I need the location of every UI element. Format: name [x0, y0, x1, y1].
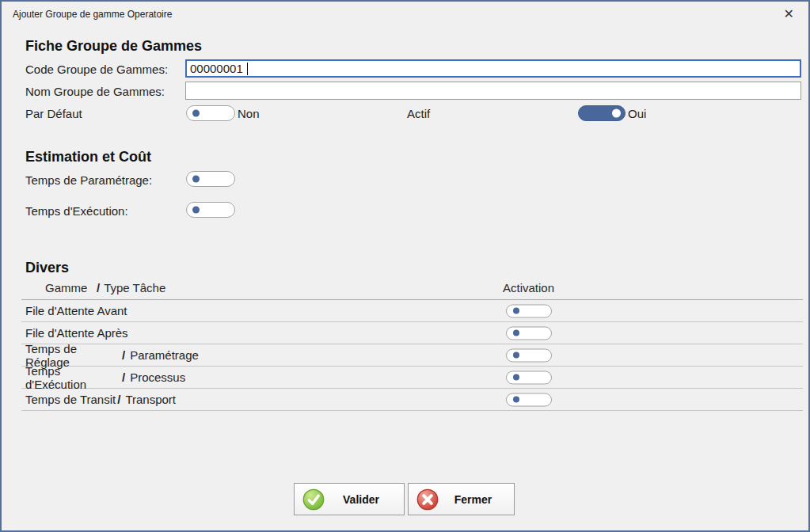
- divers-table-header: Gamme/Type Tâche Activation: [21, 281, 803, 300]
- column-separator: /: [97, 281, 100, 294]
- activation-toggle-file-attente-avant[interactable]: [506, 304, 552, 317]
- activation-toggle-file-attente-apres[interactable]: [506, 326, 552, 340]
- fermer-button[interactable]: Fermer: [408, 483, 515, 515]
- row-type: Paramétrage: [130, 348, 199, 362]
- row-separator: /: [122, 348, 125, 362]
- fiche-section-heading: Fiche Groupe de Gammes: [25, 38, 202, 55]
- code-value: 00000001: [190, 62, 243, 75]
- code-label: Code Groupe de Gammes:: [25, 63, 168, 76]
- row-name: Temps de Transit: [21, 393, 116, 406]
- close-icon[interactable]: ✕: [784, 6, 794, 22]
- table-row-temps-execution: Temps d'Exécution / Processus: [21, 367, 803, 389]
- par-defaut-toggle[interactable]: [186, 105, 235, 121]
- par-defaut-state: Non: [238, 107, 260, 120]
- divers-section-heading: Divers: [25, 260, 69, 276]
- table-row-temps-transit: Temps de Transit / Transport: [21, 389, 803, 411]
- fermer-label: Fermer: [439, 493, 514, 506]
- row-type: Processus: [130, 370, 185, 384]
- temps-parametrage-label: Temps de Paramétrage:: [25, 173, 152, 187]
- valider-label: Valider: [325, 493, 404, 506]
- par-defaut-label: Par Défaut: [25, 107, 82, 120]
- row-name: File d'Attente Avant: [21, 304, 127, 317]
- nom-label: Nom Groupe de Gammes:: [25, 85, 165, 98]
- dialog-window: Ajouter Groupe de gamme Operatoire ✕ Fic…: [0, 0, 810, 532]
- actif-toggle[interactable]: [578, 105, 626, 121]
- activation-toggle-temps-transit[interactable]: [506, 393, 552, 406]
- column-gamme: Gamme: [45, 281, 97, 294]
- column-type-tache: Type Tâche: [104, 281, 165, 294]
- row-separator: /: [117, 393, 120, 406]
- estimation-section-heading: Estimation et Coût: [25, 149, 151, 165]
- temps-execution-label: Temps d'Exécution:: [25, 204, 128, 218]
- text-caret: [247, 63, 248, 75]
- valider-button[interactable]: Valider: [294, 483, 405, 515]
- row-type: Transport: [125, 393, 176, 406]
- temps-parametrage-toggle[interactable]: [186, 171, 235, 187]
- row-separator: /: [122, 370, 125, 384]
- column-activation: Activation: [503, 281, 554, 294]
- code-input[interactable]: 00000001: [185, 59, 801, 78]
- close-circle-icon: [416, 488, 439, 511]
- check-icon: [302, 488, 325, 511]
- table-row-file-attente-avant: File d'Attente Avant: [21, 300, 803, 322]
- table-row-file-attente-apres: File d'Attente Après: [21, 322, 803, 344]
- table-row-temps-reglage: Temps de Réglage / Paramétrage: [21, 344, 803, 367]
- title-bar: Ajouter Groupe de gamme Operatoire ✕: [2, 2, 808, 27]
- activation-toggle-temps-execution[interactable]: [506, 370, 552, 384]
- actif-label: Actif: [407, 107, 430, 120]
- actif-state: Oui: [628, 107, 646, 120]
- temps-execution-toggle[interactable]: [186, 202, 235, 218]
- nom-input[interactable]: [185, 82, 801, 100]
- row-name: File d'Attente Après: [21, 326, 128, 340]
- activation-toggle-temps-reglage[interactable]: [506, 348, 552, 362]
- row-name: Temps d'Exécution: [21, 364, 120, 391]
- window-title: Ajouter Groupe de gamme Operatoire: [13, 9, 172, 20]
